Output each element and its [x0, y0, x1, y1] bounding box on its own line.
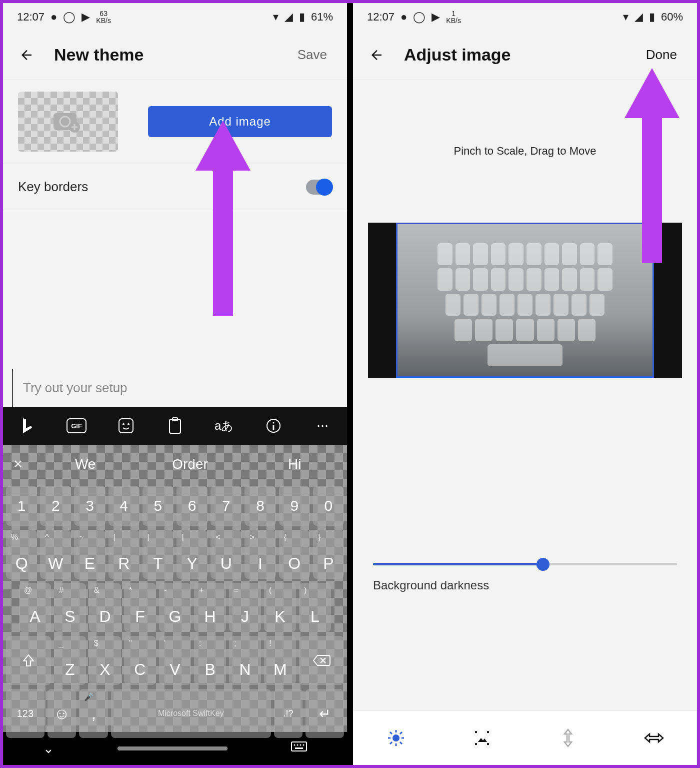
slider-label: Background darkness — [373, 578, 677, 592]
done-button[interactable]: Done — [646, 47, 682, 63]
key-f[interactable]: *F — [124, 583, 156, 632]
svg-line-27 — [390, 742, 392, 744]
key-l[interactable]: )L — [299, 583, 331, 632]
key-borders-toggle[interactable] — [306, 180, 332, 195]
key-s[interactable]: #S — [54, 583, 86, 632]
key-i[interactable]: >I — [244, 530, 276, 579]
status-bar: 12:07 ● ◯ ▶ 1KB/s ▾ ◢ ▮ 60% — [353, 3, 697, 31]
enter-key[interactable]: ↵ — [306, 689, 344, 738]
suggestion-1[interactable]: We — [33, 456, 138, 472]
whatsapp-icon: ◯ — [413, 11, 426, 24]
signal-icon: ◢ — [634, 11, 643, 24]
whatsapp-icon: ◯ — [63, 11, 76, 24]
crop-frame[interactable] — [396, 223, 654, 378]
comma-key[interactable]: 🎤, — [79, 689, 108, 738]
key-j[interactable]: =J — [229, 583, 261, 632]
key-3[interactable]: 3 — [74, 486, 105, 526]
save-button[interactable]: Save — [298, 47, 332, 63]
gif-icon[interactable]: GIF — [66, 416, 86, 436]
screen-divider — [347, 3, 353, 765]
key-2[interactable]: 2 — [40, 486, 71, 526]
letter-row-2: @A #S &D *F -G +H =J (K )L — [3, 581, 347, 634]
key-9[interactable]: 9 — [279, 486, 310, 526]
key-o[interactable]: {O — [279, 530, 310, 579]
wifi-icon: ▾ — [623, 11, 628, 24]
key-k[interactable]: (K — [264, 583, 296, 632]
clipboard-icon[interactable] — [165, 416, 185, 436]
key-1[interactable]: 1 — [6, 486, 37, 526]
key-e[interactable]: ~E — [74, 530, 105, 579]
key-c[interactable]: "C — [124, 636, 156, 685]
svg-point-17 — [303, 744, 304, 746]
key-p[interactable]: }P — [313, 530, 344, 579]
svg-point-14 — [294, 744, 296, 746]
key-w[interactable]: ^W — [40, 530, 71, 579]
battery-icon: ▮ — [649, 11, 655, 24]
app-bar: Adjust image Done — [353, 31, 697, 80]
key-r[interactable]: |R — [108, 530, 140, 579]
translate-icon[interactable]: aあ — [214, 416, 234, 436]
image-row: Add image — [3, 80, 347, 164]
more-icon[interactable]: ⋯ — [312, 416, 332, 436]
theme-thumbnail[interactable] — [18, 92, 118, 152]
svg-rect-12 — [272, 425, 274, 430]
battery-percent: 61% — [311, 11, 333, 24]
keyboard-toolbar: GIF aあ ⋯ — [3, 407, 347, 445]
image-preview[interactable] — [368, 223, 682, 378]
nav-pill[interactable] — [118, 746, 228, 750]
emoji-key[interactable]: ☺ — [48, 689, 76, 738]
info-icon[interactable] — [264, 416, 284, 436]
right-screen: 12:07 ● ◯ ▶ 1KB/s ▾ ◢ ▮ 60% Adjust image… — [353, 3, 697, 765]
horizontal-resize-tab[interactable] — [644, 728, 664, 748]
crop-tab[interactable] — [472, 728, 492, 748]
back-button[interactable] — [368, 47, 385, 64]
vertical-resize-tab[interactable] — [558, 728, 578, 748]
keyboard-switch-icon[interactable] — [291, 741, 307, 755]
back-button[interactable] — [18, 47, 35, 64]
key-b[interactable]: :B — [194, 636, 226, 685]
key-v[interactable]: 'V — [159, 636, 191, 685]
suggestion-3[interactable]: Hi — [242, 456, 347, 472]
key-a[interactable]: @A — [19, 583, 51, 632]
shift-key[interactable] — [6, 636, 51, 685]
key-0[interactable]: 0 — [313, 486, 344, 526]
svg-point-11 — [272, 422, 274, 423]
svg-rect-8 — [170, 419, 180, 433]
bing-icon[interactable] — [18, 416, 38, 436]
key-5[interactable]: 5 — [142, 486, 174, 526]
key-h[interactable]: +H — [194, 583, 226, 632]
key-borders-row: Key borders — [3, 164, 347, 210]
suggestion-2[interactable]: Order — [138, 456, 242, 472]
network-speed: 1KB/s — [446, 10, 461, 24]
numpad-key[interactable]: 123 — [6, 689, 44, 738]
bottom-row: 123 ☺ 🎤, Microsoft SwiftKey .!? ↵ — [3, 687, 347, 732]
backspace-key[interactable] — [299, 636, 344, 685]
period-key[interactable]: .!? — [274, 689, 303, 738]
key-6[interactable]: 6 — [176, 486, 208, 526]
key-z[interactable]: _Z — [54, 636, 86, 685]
app-bar: New theme Save — [3, 31, 347, 80]
dismiss-suggestions[interactable]: ✕ — [3, 457, 33, 471]
add-image-button[interactable]: Add image — [148, 106, 332, 137]
key-8[interactable]: 8 — [244, 486, 276, 526]
darkness-slider[interactable] — [373, 563, 677, 565]
key-q[interactable]: %Q — [6, 530, 37, 579]
network-speed: 63KB/s — [96, 10, 111, 24]
key-g[interactable]: -G — [159, 583, 191, 632]
key-4[interactable]: 4 — [108, 486, 140, 526]
brightness-tab[interactable] — [386, 728, 406, 748]
key-d[interactable]: &D — [89, 583, 121, 632]
key-y[interactable]: ]Y — [176, 530, 208, 579]
tryout-input[interactable]: Try out your setup — [12, 369, 347, 407]
key-x[interactable]: $X — [89, 636, 121, 685]
key-u[interactable]: <U — [210, 530, 242, 579]
nav-chevron-icon[interactable]: ⌄ — [43, 741, 54, 756]
key-t[interactable]: [T — [142, 530, 174, 579]
sticker-icon[interactable] — [116, 416, 136, 436]
key-m[interactable]: !M — [264, 636, 296, 685]
key-n[interactable]: ;N — [229, 636, 261, 685]
letter-row-3: _Z $X "C 'V :B ;N !M — [3, 634, 347, 687]
svg-point-15 — [297, 744, 298, 746]
space-key[interactable]: Microsoft SwiftKey — [111, 689, 271, 738]
key-7[interactable]: 7 — [210, 486, 242, 526]
